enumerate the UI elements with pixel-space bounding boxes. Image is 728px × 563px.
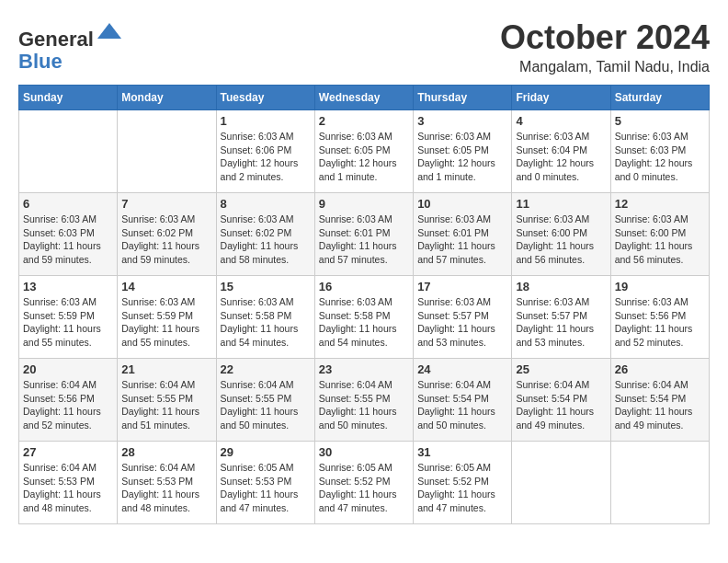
day-number: 6 xyxy=(23,197,113,211)
calendar-week-row: 6Sunrise: 6:03 AM Sunset: 6:03 PM Daylig… xyxy=(19,193,710,276)
svg-marker-0 xyxy=(97,23,121,39)
calendar-day-header: Wednesday xyxy=(314,86,413,110)
day-info: Sunrise: 6:03 AM Sunset: 6:01 PM Dayligh… xyxy=(417,213,507,267)
day-number: 3 xyxy=(417,114,507,128)
page-header: General Blue October 2024 Mangalam, Tami… xyxy=(18,18,710,75)
logo-icon xyxy=(96,18,123,46)
day-number: 16 xyxy=(319,280,409,293)
calendar-week-row: 27Sunrise: 6:04 AM Sunset: 5:53 PM Dayli… xyxy=(19,442,710,524)
day-info: Sunrise: 6:04 AM Sunset: 5:53 PM Dayligh… xyxy=(23,461,113,515)
day-number: 31 xyxy=(417,445,507,459)
day-info: Sunrise: 6:03 AM Sunset: 6:01 PM Dayligh… xyxy=(319,213,409,267)
day-info: Sunrise: 6:04 AM Sunset: 5:55 PM Dayligh… xyxy=(121,378,211,432)
calendar-cell: 7Sunrise: 6:03 AM Sunset: 6:02 PM Daylig… xyxy=(118,193,216,276)
day-info: Sunrise: 6:05 AM Sunset: 5:52 PM Dayligh… xyxy=(319,461,409,515)
calendar-cell: 17Sunrise: 6:03 AM Sunset: 5:57 PM Dayli… xyxy=(414,276,512,359)
calendar-cell: 25Sunrise: 6:04 AM Sunset: 5:54 PM Dayli… xyxy=(512,359,610,442)
day-number: 30 xyxy=(319,445,409,459)
calendar-cell: 18Sunrise: 6:03 AM Sunset: 5:57 PM Dayli… xyxy=(512,276,610,359)
day-number: 7 xyxy=(121,197,211,211)
title-section: October 2024 Mangalam, Tamil Nadu, India xyxy=(500,18,710,75)
day-info: Sunrise: 6:03 AM Sunset: 6:02 PM Dayligh… xyxy=(121,213,211,267)
day-number: 24 xyxy=(417,362,507,376)
calendar-cell: 9Sunrise: 6:03 AM Sunset: 6:01 PM Daylig… xyxy=(314,193,413,276)
calendar-cell: 16Sunrise: 6:03 AM Sunset: 5:58 PM Dayli… xyxy=(314,276,413,359)
day-number: 20 xyxy=(23,362,113,376)
calendar-cell xyxy=(19,110,118,193)
calendar-week-row: 1Sunrise: 6:03 AM Sunset: 6:06 PM Daylig… xyxy=(19,110,710,193)
day-number: 12 xyxy=(615,197,705,211)
calendar-week-row: 13Sunrise: 6:03 AM Sunset: 5:59 PM Dayli… xyxy=(19,276,710,359)
day-number: 11 xyxy=(516,197,606,211)
day-info: Sunrise: 6:03 AM Sunset: 5:59 PM Dayligh… xyxy=(23,295,113,350)
calendar-cell: 28Sunrise: 6:04 AM Sunset: 5:53 PM Dayli… xyxy=(118,442,216,524)
day-number: 1 xyxy=(221,114,311,128)
day-number: 13 xyxy=(23,280,113,293)
calendar-cell xyxy=(118,110,216,193)
calendar-cell xyxy=(610,442,709,524)
day-info: Sunrise: 6:04 AM Sunset: 5:55 PM Dayligh… xyxy=(221,378,311,432)
day-number: 5 xyxy=(615,114,705,128)
calendar-cell: 1Sunrise: 6:03 AM Sunset: 6:06 PM Daylig… xyxy=(216,110,314,193)
calendar-day-header: Monday xyxy=(118,86,216,110)
location: Mangalam, Tamil Nadu, India xyxy=(500,59,710,75)
calendar-cell: 24Sunrise: 6:04 AM Sunset: 5:54 PM Dayli… xyxy=(414,359,512,442)
day-info: Sunrise: 6:03 AM Sunset: 5:58 PM Dayligh… xyxy=(319,295,409,350)
calendar-cell xyxy=(512,442,610,524)
logo: General Blue xyxy=(18,18,123,73)
calendar-cell: 19Sunrise: 6:03 AM Sunset: 5:56 PM Dayli… xyxy=(610,276,709,359)
calendar-cell: 8Sunrise: 6:03 AM Sunset: 6:02 PM Daylig… xyxy=(216,193,314,276)
calendar-cell: 14Sunrise: 6:03 AM Sunset: 5:59 PM Dayli… xyxy=(118,276,216,359)
calendar-cell: 6Sunrise: 6:03 AM Sunset: 6:03 PM Daylig… xyxy=(19,193,118,276)
day-info: Sunrise: 6:03 AM Sunset: 5:56 PM Dayligh… xyxy=(615,295,705,350)
day-info: Sunrise: 6:03 AM Sunset: 6:05 PM Dayligh… xyxy=(417,130,507,184)
calendar-cell: 20Sunrise: 6:04 AM Sunset: 5:56 PM Dayli… xyxy=(19,359,118,442)
calendar-cell: 13Sunrise: 6:03 AM Sunset: 5:59 PM Dayli… xyxy=(19,276,118,359)
day-number: 8 xyxy=(221,197,311,211)
logo-blue: Blue xyxy=(18,50,63,73)
day-info: Sunrise: 6:04 AM Sunset: 5:54 PM Dayligh… xyxy=(417,378,507,432)
day-info: Sunrise: 6:03 AM Sunset: 5:57 PM Dayligh… xyxy=(417,295,507,350)
calendar-cell: 29Sunrise: 6:05 AM Sunset: 5:53 PM Dayli… xyxy=(216,442,314,524)
calendar-cell: 27Sunrise: 6:04 AM Sunset: 5:53 PM Dayli… xyxy=(19,442,118,524)
calendar-cell: 4Sunrise: 6:03 AM Sunset: 6:04 PM Daylig… xyxy=(512,110,610,193)
day-number: 21 xyxy=(121,362,211,376)
day-info: Sunrise: 6:05 AM Sunset: 5:52 PM Dayligh… xyxy=(417,461,507,515)
day-info: Sunrise: 6:03 AM Sunset: 5:59 PM Dayligh… xyxy=(121,295,211,350)
calendar-cell: 26Sunrise: 6:04 AM Sunset: 5:54 PM Dayli… xyxy=(610,359,709,442)
day-info: Sunrise: 6:03 AM Sunset: 5:58 PM Dayligh… xyxy=(221,295,311,350)
day-info: Sunrise: 6:04 AM Sunset: 5:54 PM Dayligh… xyxy=(516,378,606,432)
day-info: Sunrise: 6:04 AM Sunset: 5:56 PM Dayligh… xyxy=(23,378,113,432)
calendar-day-header: Thursday xyxy=(414,86,512,110)
day-info: Sunrise: 6:04 AM Sunset: 5:53 PM Dayligh… xyxy=(121,461,211,515)
calendar-day-header: Saturday xyxy=(610,86,709,110)
day-info: Sunrise: 6:03 AM Sunset: 5:57 PM Dayligh… xyxy=(516,295,606,350)
day-info: Sunrise: 6:03 AM Sunset: 6:05 PM Dayligh… xyxy=(319,130,409,184)
day-info: Sunrise: 6:03 AM Sunset: 6:06 PM Dayligh… xyxy=(221,130,311,184)
day-info: Sunrise: 6:03 AM Sunset: 6:03 PM Dayligh… xyxy=(23,213,113,267)
calendar-cell: 22Sunrise: 6:04 AM Sunset: 5:55 PM Dayli… xyxy=(216,359,314,442)
day-number: 23 xyxy=(319,362,409,376)
calendar-cell: 12Sunrise: 6:03 AM Sunset: 6:00 PM Dayli… xyxy=(610,193,709,276)
day-number: 14 xyxy=(121,280,211,293)
calendar-cell: 31Sunrise: 6:05 AM Sunset: 5:52 PM Dayli… xyxy=(414,442,512,524)
day-info: Sunrise: 6:04 AM Sunset: 5:54 PM Dayligh… xyxy=(615,378,705,432)
day-number: 19 xyxy=(615,280,705,293)
calendar-table: SundayMondayTuesdayWednesdayThursdayFrid… xyxy=(18,85,710,524)
calendar-cell: 30Sunrise: 6:05 AM Sunset: 5:52 PM Dayli… xyxy=(314,442,413,524)
calendar-header-row: SundayMondayTuesdayWednesdayThursdayFrid… xyxy=(19,86,710,110)
calendar-day-header: Friday xyxy=(512,86,610,110)
calendar-cell: 11Sunrise: 6:03 AM Sunset: 6:00 PM Dayli… xyxy=(512,193,610,276)
day-number: 15 xyxy=(221,280,311,293)
logo-general: General xyxy=(18,28,94,51)
day-info: Sunrise: 6:03 AM Sunset: 6:00 PM Dayligh… xyxy=(516,213,606,267)
calendar-cell: 2Sunrise: 6:03 AM Sunset: 6:05 PM Daylig… xyxy=(314,110,413,193)
calendar-week-row: 20Sunrise: 6:04 AM Sunset: 5:56 PM Dayli… xyxy=(19,359,710,442)
day-info: Sunrise: 6:03 AM Sunset: 6:00 PM Dayligh… xyxy=(615,213,705,267)
calendar-day-header: Sunday xyxy=(19,86,118,110)
day-number: 25 xyxy=(516,362,606,376)
calendar-cell: 15Sunrise: 6:03 AM Sunset: 5:58 PM Dayli… xyxy=(216,276,314,359)
day-number: 18 xyxy=(516,280,606,293)
day-number: 2 xyxy=(319,114,409,128)
day-info: Sunrise: 6:03 AM Sunset: 6:02 PM Dayligh… xyxy=(221,213,311,267)
